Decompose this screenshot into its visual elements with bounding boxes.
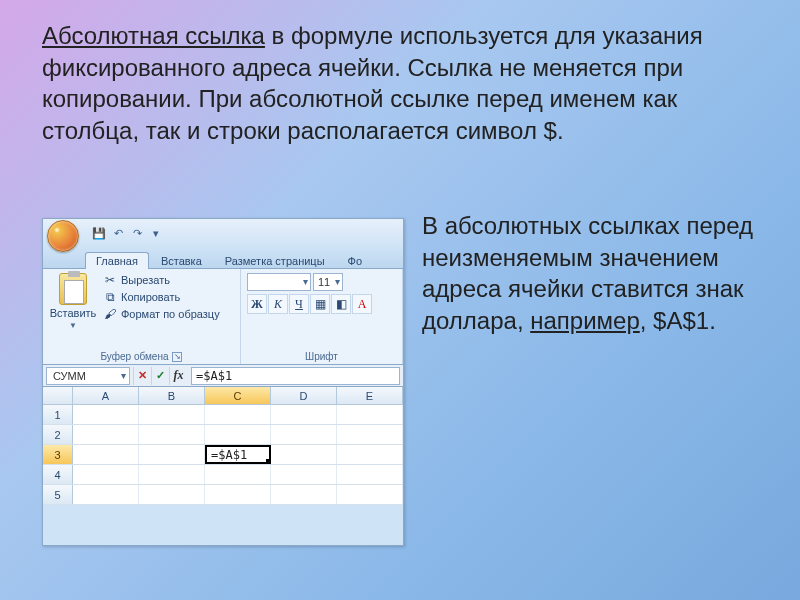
tab-home[interactable]: Главная: [85, 252, 149, 269]
row-header-1[interactable]: 1: [43, 405, 73, 424]
formula-input[interactable]: =$A$1: [191, 367, 400, 385]
fill-color-button[interactable]: ◧: [331, 294, 351, 314]
save-icon[interactable]: 💾: [91, 225, 107, 241]
italic-button[interactable]: К: [268, 294, 288, 314]
grid-row-3: 3 =$A$1: [43, 445, 403, 465]
format-painter-label: Формат по образцу: [121, 308, 220, 320]
copy-button[interactable]: ⧉ Копировать: [103, 290, 220, 304]
format-painter-button[interactable]: 🖌 Формат по образцу: [103, 307, 220, 321]
grid-row-1: 1: [43, 405, 403, 425]
cell-C4[interactable]: [205, 465, 271, 484]
slide-side-paragraph: В абсолютных ссылках перед неизменяемым …: [422, 210, 762, 337]
copy-icon: ⧉: [103, 290, 117, 304]
clipboard-group-label: Буфер обмена: [101, 351, 169, 362]
cut-label: Вырезать: [121, 274, 170, 286]
font-size-dropdown[interactable]: 11: [313, 273, 343, 291]
cell-E5[interactable]: [337, 485, 403, 504]
cell-B1[interactable]: [139, 405, 205, 424]
side-after: , $A$1.: [640, 307, 716, 334]
row-header-5[interactable]: 5: [43, 485, 73, 504]
tab-insert[interactable]: Вставка: [150, 252, 213, 269]
cell-A2[interactable]: [73, 425, 139, 444]
border-button[interactable]: ▦: [310, 294, 330, 314]
paste-icon: [59, 273, 87, 305]
cell-D5[interactable]: [271, 485, 337, 504]
group-font: 11 Ж К Ч ▦ ◧ A Шрифт: [241, 269, 403, 364]
qat-dropdown-icon[interactable]: ▾: [148, 225, 164, 241]
row-header-2[interactable]: 2: [43, 425, 73, 444]
column-headers: A B C D E: [43, 387, 403, 405]
col-header-C[interactable]: C: [205, 387, 271, 404]
cancel-icon[interactable]: ✕: [133, 367, 151, 385]
redo-icon[interactable]: ↷: [129, 225, 145, 241]
brush-icon: 🖌: [103, 307, 117, 321]
copy-label: Копировать: [121, 291, 180, 303]
cell-E1[interactable]: [337, 405, 403, 424]
grid-row-2: 2: [43, 425, 403, 445]
group-clipboard: Вставить ▼ ✂ Вырезать ⧉ Копировать 🖌 Фор…: [43, 269, 241, 364]
ribbon-tabs: Главная Вставка Разметка страницы Фо: [43, 247, 403, 269]
tab-page-layout[interactable]: Разметка страницы: [214, 252, 336, 269]
grid-row-4: 4: [43, 465, 403, 485]
side-example-word: например: [530, 307, 640, 334]
col-header-B[interactable]: B: [139, 387, 205, 404]
cell-A4[interactable]: [73, 465, 139, 484]
ribbon: Вставить ▼ ✂ Вырезать ⧉ Копировать 🖌 Фор…: [43, 269, 403, 365]
cell-D1[interactable]: [271, 405, 337, 424]
excel-window: 💾 ↶ ↷ ▾ Главная Вставка Разметка страниц…: [42, 218, 404, 546]
undo-icon[interactable]: ↶: [110, 225, 126, 241]
cell-B4[interactable]: [139, 465, 205, 484]
cell-A5[interactable]: [73, 485, 139, 504]
select-all-corner[interactable]: [43, 387, 73, 404]
cell-D4[interactable]: [271, 465, 337, 484]
cell-E4[interactable]: [337, 465, 403, 484]
slide-intro-paragraph: Абсолютная ссылка в формуле используется…: [42, 20, 762, 147]
row-header-3[interactable]: 3: [43, 445, 73, 464]
enter-icon[interactable]: ✓: [151, 367, 169, 385]
paste-label: Вставить: [50, 307, 97, 319]
formula-bar: СУММ ✕ ✓ fx =$A$1: [43, 365, 403, 387]
row-header-4[interactable]: 4: [43, 465, 73, 484]
grid-row-5: 5: [43, 485, 403, 505]
cell-E3[interactable]: [337, 445, 403, 464]
cell-B2[interactable]: [139, 425, 205, 444]
font-color-button[interactable]: A: [352, 294, 372, 314]
cell-B5[interactable]: [139, 485, 205, 504]
col-header-D[interactable]: D: [271, 387, 337, 404]
worksheet-grid[interactable]: A B C D E 1 2 3 =$A$1: [43, 387, 403, 505]
quick-access-toolbar: 💾 ↶ ↷ ▾: [91, 225, 164, 241]
cell-D2[interactable]: [271, 425, 337, 444]
dialog-launcher-icon[interactable]: ↘: [172, 352, 182, 362]
bold-button[interactable]: Ж: [247, 294, 267, 314]
col-header-A[interactable]: A: [73, 387, 139, 404]
cell-A1[interactable]: [73, 405, 139, 424]
col-header-E[interactable]: E: [337, 387, 403, 404]
font-name-dropdown[interactable]: [247, 273, 311, 291]
tab-formulas[interactable]: Фо: [337, 252, 373, 269]
cell-C3-active[interactable]: =$A$1: [205, 445, 271, 464]
chevron-down-icon: ▼: [69, 321, 77, 330]
intro-term: Абсолютная ссылка: [42, 22, 265, 49]
cell-A3[interactable]: [73, 445, 139, 464]
font-group-label: Шрифт: [305, 351, 338, 362]
cell-C1[interactable]: [205, 405, 271, 424]
cell-E2[interactable]: [337, 425, 403, 444]
scissors-icon: ✂: [103, 273, 117, 287]
excel-titlebar: 💾 ↶ ↷ ▾: [43, 219, 403, 247]
cut-button[interactable]: ✂ Вырезать: [103, 273, 220, 287]
cell-B3[interactable]: [139, 445, 205, 464]
fx-icon[interactable]: fx: [169, 367, 187, 385]
paste-button[interactable]: Вставить ▼: [49, 273, 97, 330]
office-button[interactable]: [47, 220, 79, 252]
cell-C5[interactable]: [205, 485, 271, 504]
name-box[interactable]: СУММ: [46, 367, 130, 385]
cell-C2[interactable]: [205, 425, 271, 444]
cell-D3[interactable]: [271, 445, 337, 464]
underline-button[interactable]: Ч: [289, 294, 309, 314]
